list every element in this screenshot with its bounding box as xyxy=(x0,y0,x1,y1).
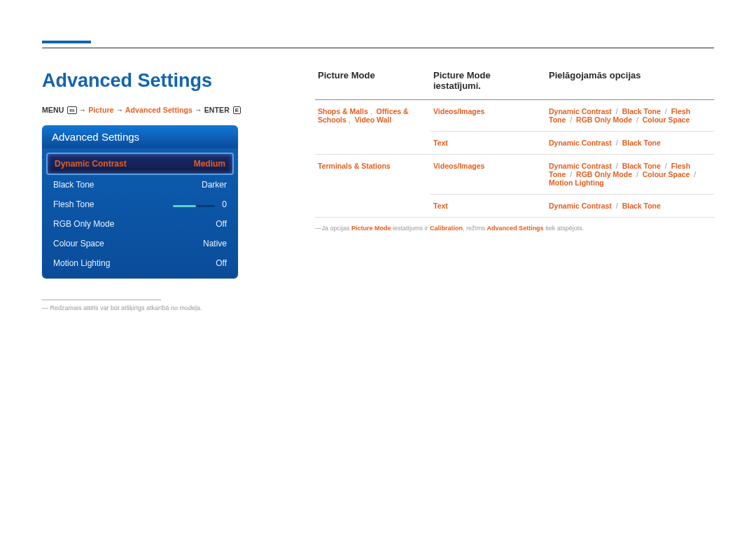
cell-options: Dynamic Contrast / Black Tone / Flesh To… xyxy=(546,155,714,195)
breadcrumb: MENU m → Picture → Advanced Settings → E… xyxy=(42,106,266,115)
osd-item[interactable]: Flesh Tone0 xyxy=(46,195,234,214)
osd-item-value-wrap: Off xyxy=(216,258,227,268)
osd-item[interactable]: Dynamic ContrastMedium xyxy=(46,153,234,175)
osd-item[interactable]: Colour SpaceNative xyxy=(46,234,234,253)
osd-item-label: RGB Only Mode xyxy=(53,219,114,229)
arrow-icon: → xyxy=(116,106,124,114)
cell-setting: Text xyxy=(430,132,546,155)
disclaimer: ― Redzamais attēls var būt atšķirīgs atk… xyxy=(42,304,266,311)
osd-item[interactable]: Motion LightingOff xyxy=(46,253,234,273)
cell-setting: Text xyxy=(430,195,546,218)
cell-options: Dynamic Contrast / Black Tone xyxy=(546,132,714,155)
osd-item[interactable]: RGB Only ModeOff xyxy=(46,214,234,234)
footnote: Ja opcijas Picture Mode iestatījums ir C… xyxy=(315,225,714,232)
osd-item-value: Native xyxy=(203,239,227,248)
osd-item-value: 0 xyxy=(222,199,227,209)
th-picture-mode: Picture Mode xyxy=(315,70,430,100)
osd-item-label: Dynamic Contrast xyxy=(55,159,127,169)
cell-picture-mode: Terminals & Stations xyxy=(315,155,430,218)
breadcrumb-advanced: Advanced Settings xyxy=(125,106,192,114)
left-column: Advanced Settings MENU m → Picture → Adv… xyxy=(42,70,266,311)
cell-options: Dynamic Contrast / Black Tone / Flesh To… xyxy=(546,100,714,132)
th-options: Pielāgojamās opcijas xyxy=(546,70,714,100)
osd-item-value: Medium xyxy=(194,159,225,169)
slider-icon xyxy=(173,205,215,207)
menu-label: MENU xyxy=(42,106,64,114)
osd-item-value: Darker xyxy=(202,180,227,190)
osd-header: Advanced Settings xyxy=(42,125,238,148)
th-picture-mode-settings: Picture Mode iestatījumi. xyxy=(430,70,546,100)
enter-icon: E xyxy=(233,106,241,114)
cell-options: Dynamic Contrast / Black Tone xyxy=(546,195,714,218)
enter-label: ENTER xyxy=(204,106,230,114)
cell-setting: Videos/Images xyxy=(430,100,546,132)
osd-item-value-wrap: 0 xyxy=(173,199,227,209)
page: Advanced Settings MENU m → Picture → Adv… xyxy=(0,0,756,311)
osd-item-value: Off xyxy=(216,258,227,268)
columns: Advanced Settings MENU m → Picture → Adv… xyxy=(42,70,714,311)
osd-item-label: Flesh Tone xyxy=(53,199,94,209)
top-rule xyxy=(42,48,714,48)
cell-setting: Videos/Images xyxy=(430,155,546,195)
breadcrumb-picture: Picture xyxy=(88,106,113,114)
arrow-icon: → xyxy=(195,106,202,114)
arrow-icon: → xyxy=(79,106,87,114)
osd-item[interactable]: Black ToneDarker xyxy=(46,175,234,195)
cell-picture-mode: Shops & Malls, Offices & Schools, Video … xyxy=(315,100,430,155)
osd-panel: Advanced Settings Dynamic ContrastMedium… xyxy=(42,125,238,279)
osd-body: Dynamic ContrastMediumBlack ToneDarkerFl… xyxy=(42,148,238,279)
osd-item-value: Off xyxy=(216,219,227,229)
osd-item-value-wrap: Darker xyxy=(202,180,227,190)
footnote-rule xyxy=(42,300,161,300)
osd-item-value-wrap: Off xyxy=(216,219,227,229)
osd-item-value-wrap: Native xyxy=(203,239,227,248)
top-tab xyxy=(42,41,91,43)
osd-item-value-wrap: Medium xyxy=(194,159,225,169)
table-row: Shops & Malls, Offices & Schools, Video … xyxy=(315,100,714,132)
menu-icon: m xyxy=(67,106,76,114)
right-column: Picture Mode Picture Mode iestatījumi. P… xyxy=(315,70,714,311)
page-title: Advanced Settings xyxy=(42,70,266,92)
table-row: Terminals & StationsVideos/ImagesDynamic… xyxy=(315,155,714,195)
osd-item-label: Colour Space xyxy=(53,239,104,248)
osd-item-label: Black Tone xyxy=(53,180,94,190)
osd-item-label: Motion Lighting xyxy=(53,258,110,268)
options-table: Picture Mode Picture Mode iestatījumi. P… xyxy=(315,70,714,218)
